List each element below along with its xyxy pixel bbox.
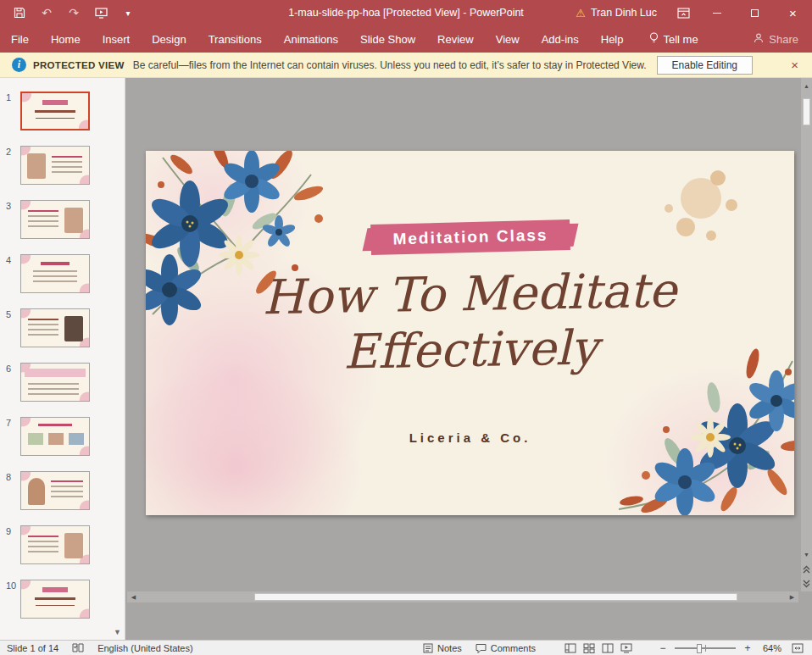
slide-number: 2: [6, 146, 20, 185]
slide-thumbnail-row-1[interactable]: 1: [0, 92, 110, 130]
scroll-right-icon[interactable]: ▶: [786, 591, 798, 602]
zoom-level[interactable]: 64%: [763, 643, 781, 653]
account-warning-icon: ⚠: [576, 7, 586, 19]
account-menu[interactable]: ⚠ Tran Dinh Luc: [564, 7, 669, 19]
protected-view-message: Be careful—files from the Internet can c…: [133, 59, 647, 71]
thumbnail-scroll-down-icon[interactable]: ▼: [110, 628, 125, 636]
proofing-status-icon[interactable]: [65, 641, 91, 655]
slide-thumbnail-panel: 1 2 3 4 5 6 7 8: [0, 78, 110, 640]
enable-editing-button[interactable]: Enable Editing: [657, 56, 753, 75]
slide-number: 3: [6, 200, 20, 239]
horizontal-scrollbar[interactable]: ◀ ▶: [127, 591, 798, 602]
slide-badge: Meditation Class: [370, 219, 570, 255]
tab-file[interactable]: File: [0, 25, 40, 53]
slide-canvas-area: Meditation Class How To Meditate Effecti…: [125, 78, 812, 640]
ribbon-display-options-icon[interactable]: [669, 0, 698, 25]
slide-thumbnail[interactable]: [20, 580, 90, 619]
watercolor-dots-decoration: [635, 164, 745, 258]
slide-thumbnail[interactable]: [20, 363, 90, 402]
slide-title: How To Meditate Effectively: [146, 260, 794, 383]
zoom-slider-handle[interactable]: [697, 644, 702, 653]
fit-slide-to-window-icon[interactable]: [788, 641, 807, 655]
slide-1-main-view: Meditation Class How To Meditate Effecti…: [146, 151, 794, 515]
lightbulb-icon: [649, 32, 659, 47]
tab-view[interactable]: View: [485, 25, 531, 53]
tab-home[interactable]: Home: [40, 25, 92, 53]
slide-thumbnail[interactable]: [20, 254, 90, 293]
slide-thumbnail[interactable]: [20, 146, 90, 185]
comments-icon: [476, 643, 487, 653]
tab-add-ins[interactable]: Add-ins: [531, 25, 590, 53]
slide-thumbnail-row-5[interactable]: 5: [0, 308, 110, 347]
slide-thumbnail-row-9[interactable]: 9: [0, 525, 110, 564]
zoom-slider[interactable]: [675, 642, 736, 654]
normal-view-icon[interactable]: [561, 641, 580, 655]
vertical-scrollbar[interactable]: ▲ ▼: [801, 78, 812, 591]
person-icon: [754, 33, 764, 46]
slide-thumbnail-row-10[interactable]: 10: [0, 580, 110, 619]
language-status[interactable]: English (United States): [91, 641, 200, 655]
maximize-button[interactable]: [736, 0, 774, 25]
slide-thumbnail-row-3[interactable]: 3: [0, 200, 110, 239]
comments-button[interactable]: Comments: [469, 641, 542, 655]
slide-number: 7: [6, 417, 20, 456]
next-slide-icon[interactable]: [801, 577, 812, 590]
minimize-button[interactable]: [698, 0, 736, 25]
slide-counter[interactable]: Slide 1 of 14: [0, 641, 65, 655]
slide-thumbnail-row-6[interactable]: 6: [0, 363, 110, 402]
ribbon-tab-bar: File Home Insert Design Transitions Anim…: [0, 25, 812, 53]
reading-view-icon[interactable]: [598, 641, 617, 655]
slide-thumbnail[interactable]: [20, 417, 90, 456]
thumbnail-scrollbar[interactable]: ▼: [110, 78, 125, 640]
slide-thumbnail-row-8[interactable]: 8: [0, 471, 110, 510]
slide-number: 8: [6, 471, 20, 510]
vertical-scrollbar-thumb[interactable]: [803, 98, 810, 125]
slide-number: 6: [6, 363, 20, 402]
zoom-out-icon[interactable]: −: [658, 642, 668, 654]
previous-slide-icon[interactable]: [801, 563, 812, 575]
slide-number: 9: [6, 525, 20, 564]
notes-button[interactable]: Notes: [416, 641, 469, 655]
slide-title-line-2: Effectively: [146, 316, 794, 383]
tab-review[interactable]: Review: [426, 25, 485, 53]
start-from-beginning-icon[interactable]: [93, 5, 108, 20]
slide-thumbnail-row-7[interactable]: 7: [0, 417, 110, 456]
slide-thumbnail[interactable]: [20, 200, 90, 239]
tab-animations[interactable]: Animations: [273, 25, 349, 53]
scroll-down-icon[interactable]: ▼: [801, 548, 812, 561]
slide-number: 1: [6, 92, 20, 130]
slide-show-view-icon[interactable]: [617, 641, 636, 655]
language-label: English (United States): [97, 643, 193, 653]
scroll-left-icon[interactable]: ◀: [127, 591, 140, 602]
zoom-in-icon[interactable]: +: [742, 642, 753, 654]
slide-sorter-view-icon[interactable]: [580, 641, 598, 655]
slide-thumbnail-row-4[interactable]: 4: [0, 254, 110, 293]
customize-quick-access-icon[interactable]: ▾: [120, 5, 136, 20]
tab-slide-show[interactable]: Slide Show: [349, 25, 426, 53]
view-shortcuts: [561, 641, 636, 655]
scroll-up-icon[interactable]: ▲: [801, 80, 812, 92]
save-icon[interactable]: [12, 5, 27, 20]
horizontal-scrollbar-thumb[interactable]: [254, 593, 737, 601]
slide-thumbnail[interactable]: [20, 471, 90, 510]
slide-thumbnail[interactable]: [20, 92, 90, 130]
undo-icon[interactable]: ↶: [39, 5, 54, 20]
share-button[interactable]: Share: [740, 33, 812, 46]
close-button[interactable]: ×: [774, 0, 812, 25]
protected-view-banner: i PROTECTED VIEW Be careful—files from t…: [0, 53, 812, 78]
slide-thumbnail[interactable]: [20, 525, 90, 564]
info-icon: i: [12, 58, 26, 72]
protected-view-label: PROTECTED VIEW: [33, 60, 125, 70]
account-name: Tran Dinh Luc: [591, 7, 657, 19]
notes-label: Notes: [437, 643, 462, 653]
banner-close-icon[interactable]: ×: [786, 58, 804, 72]
tab-design[interactable]: Design: [141, 25, 197, 53]
slide-thumbnail-row-2[interactable]: 2: [0, 146, 110, 185]
slide-thumbnail[interactable]: [20, 308, 90, 347]
tab-transitions[interactable]: Transitions: [197, 25, 273, 53]
redo-icon[interactable]: ↷: [66, 5, 81, 20]
tab-help[interactable]: Help: [590, 25, 635, 53]
tell-me-box[interactable]: Tell me: [638, 32, 709, 47]
slide-number: 10: [6, 580, 20, 619]
tab-insert[interactable]: Insert: [92, 25, 142, 53]
